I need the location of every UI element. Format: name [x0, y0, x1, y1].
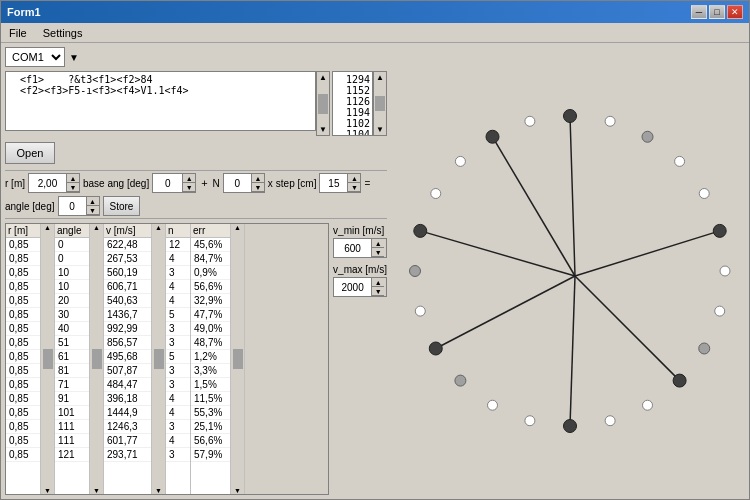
angle-col-scrollbar[interactable]: ▲ ▼ — [90, 224, 104, 494]
base-ang-buttons: ▲ ▼ — [183, 174, 195, 192]
col-r: r [m] 0,85 0,85 0,85 0,85 0,85 0,85 0,85… — [6, 224, 41, 494]
err-scroll-thumb — [233, 349, 243, 369]
r-input[interactable] — [29, 174, 67, 192]
r-scroll-down[interactable]: ▼ — [44, 487, 51, 494]
menu-settings[interactable]: Settings — [39, 26, 87, 40]
v-scroll-up[interactable]: ▲ — [155, 224, 162, 231]
title-bar: Form1 ─ □ ✕ — [1, 1, 749, 23]
angle-scroll-down[interactable]: ▼ — [93, 487, 100, 494]
minimize-button[interactable]: ─ — [691, 5, 707, 19]
cell: 0,85 — [6, 308, 40, 322]
col-err: err 45,6% 84,7% 0,9% 56,6% 32,9% 47,7% 4… — [191, 224, 231, 494]
main-content: COM1 COM2 COM3 ▼ <f1> ?&t3<f1><f2>84 <f2… — [1, 43, 749, 499]
scroll-down-icon[interactable]: ▼ — [318, 124, 328, 135]
col-v-data: 622,48 267,53 560,19 606,71 540,63 1436,… — [104, 238, 151, 494]
cell: 0,85 — [6, 406, 40, 420]
n-buttons: ▲ ▼ — [252, 174, 264, 192]
vmin-buttons: ▲ ▼ — [372, 239, 384, 257]
numbers-text-area: 1294 1152 1126 1194 1102 1104 — [332, 71, 373, 136]
store-button[interactable]: Store — [103, 196, 141, 216]
vmin-down[interactable]: ▼ — [372, 248, 384, 257]
col-angle: angle 0 0 10 10 20 30 40 51 61 81 — [55, 224, 90, 494]
n-label: N — [213, 178, 220, 189]
left-panel: COM1 COM2 COM3 ▼ <f1> ?&t3<f1><f2>84 <f2… — [1, 43, 391, 499]
angle-spinner: ▲ ▼ — [58, 196, 100, 216]
step-input[interactable] — [320, 174, 348, 192]
angle-buttons: ▲ ▼ — [87, 197, 99, 215]
cell: 0,85 — [6, 266, 40, 280]
numbers-scrollbar[interactable]: ▲ ▼ — [373, 71, 387, 136]
cell: 0,85 — [6, 238, 40, 252]
cell: 0,85 — [6, 350, 40, 364]
vmin-spinner: ▲ ▼ — [333, 238, 387, 258]
data-section: r [m] 0,85 0,85 0,85 0,85 0,85 0,85 0,85… — [5, 223, 387, 495]
r-col-scrollbar[interactable]: ▲ ▼ — [41, 224, 55, 494]
n-input[interactable] — [224, 174, 252, 192]
cell: 0,85 — [6, 392, 40, 406]
num-scroll-up-icon[interactable]: ▲ — [375, 72, 385, 83]
equals-sign: = — [364, 178, 370, 189]
open-button[interactable]: Open — [5, 142, 55, 164]
step-spinner: ▲ ▼ — [319, 173, 361, 193]
base-ang-down[interactable]: ▼ — [183, 183, 195, 192]
title-bar-buttons: ─ □ ✕ — [691, 5, 743, 19]
col-n-header: n — [166, 224, 190, 238]
err-scroll-up[interactable]: ▲ — [234, 224, 241, 231]
visualization-canvas — [405, 76, 735, 466]
angle-label: angle [deg] — [5, 201, 55, 212]
vmin-up[interactable]: ▲ — [372, 239, 384, 248]
angle-scroll-up[interactable]: ▲ — [93, 224, 100, 231]
err-col-scrollbar[interactable]: ▲ ▼ — [231, 224, 245, 494]
vmin-input[interactable] — [334, 239, 372, 257]
main-data-table: r [m] 0,85 0,85 0,85 0,85 0,85 0,85 0,85… — [5, 223, 329, 495]
com-port-select[interactable]: COM1 COM2 COM3 — [5, 47, 65, 67]
col-err-data: 45,6% 84,7% 0,9% 56,6% 32,9% 47,7% 49,0%… — [191, 238, 230, 494]
menu-file[interactable]: File — [5, 26, 31, 40]
err-scroll-down[interactable]: ▼ — [234, 487, 241, 494]
numbers-panel: 1294 1152 1126 1194 1102 1104 ▲ ▼ — [332, 71, 387, 136]
plus-sign: + — [199, 177, 209, 189]
base-ang-spinner: ▲ ▼ — [152, 173, 196, 193]
r-scroll-up[interactable]: ▲ — [44, 224, 51, 231]
maximize-button[interactable]: □ — [709, 5, 725, 19]
r-label: r [m] — [5, 178, 25, 189]
base-ang-up[interactable]: ▲ — [183, 174, 195, 183]
scroll-up-icon[interactable]: ▲ — [318, 72, 328, 83]
vmax-buttons: ▲ ▼ — [372, 278, 384, 296]
col-r-data[interactable]: 0,85 0,85 0,85 0,85 0,85 0,85 0,85 0,85 … — [6, 238, 40, 494]
r-up-button[interactable]: ▲ — [67, 174, 79, 183]
cell: 0,85 — [6, 364, 40, 378]
cell: 0,85 — [6, 434, 40, 448]
text-scrollbar[interactable]: ▲ ▼ — [316, 71, 330, 136]
close-button[interactable]: ✕ — [727, 5, 743, 19]
col-r-header: r [m] — [6, 224, 40, 238]
angle-scroll-thumb — [92, 349, 102, 369]
v-scroll-down[interactable]: ▼ — [155, 487, 162, 494]
angle-up[interactable]: ▲ — [87, 197, 99, 206]
cell: 0,85 — [6, 294, 40, 308]
num-scroll-down-icon[interactable]: ▼ — [375, 124, 385, 135]
step-up[interactable]: ▲ — [348, 174, 360, 183]
step-down[interactable]: ▼ — [348, 183, 360, 192]
menu-bar: File Settings — [1, 23, 749, 43]
cell: 0,85 — [6, 280, 40, 294]
angle-down[interactable]: ▼ — [87, 206, 99, 215]
r-down-button[interactable]: ▼ — [67, 183, 79, 192]
base-ang-input[interactable] — [153, 174, 183, 192]
n-down[interactable]: ▼ — [252, 183, 264, 192]
vmax-spinner: ▲ ▼ — [333, 277, 387, 297]
angle-input[interactable] — [59, 197, 87, 215]
vmax-down[interactable]: ▼ — [372, 287, 384, 296]
cell: 0,85 — [6, 448, 40, 462]
params-section: r [m] ▲ ▼ base ang [deg] ▲ ▼ + — [5, 170, 387, 219]
cell: 0,85 — [6, 252, 40, 266]
v-col-scrollbar[interactable]: ▲ ▼ — [152, 224, 166, 494]
vmax-input[interactable] — [334, 278, 372, 296]
n-up[interactable]: ▲ — [252, 174, 264, 183]
col-v: v [m/s] 622,48 267,53 560,19 606,71 540,… — [104, 224, 152, 494]
vmax-up[interactable]: ▲ — [372, 278, 384, 287]
n-spinner: ▲ ▼ — [223, 173, 265, 193]
text-area-wrapper: <f1> ?&t3<f1><f2>84 <f2><f3>F5-ı<f3><f4>… — [5, 71, 330, 136]
cell: 0,85 — [6, 378, 40, 392]
serial-text-area[interactable]: <f1> ?&t3<f1><f2>84 <f2><f3>F5-ı<f3><f4>… — [5, 71, 316, 131]
